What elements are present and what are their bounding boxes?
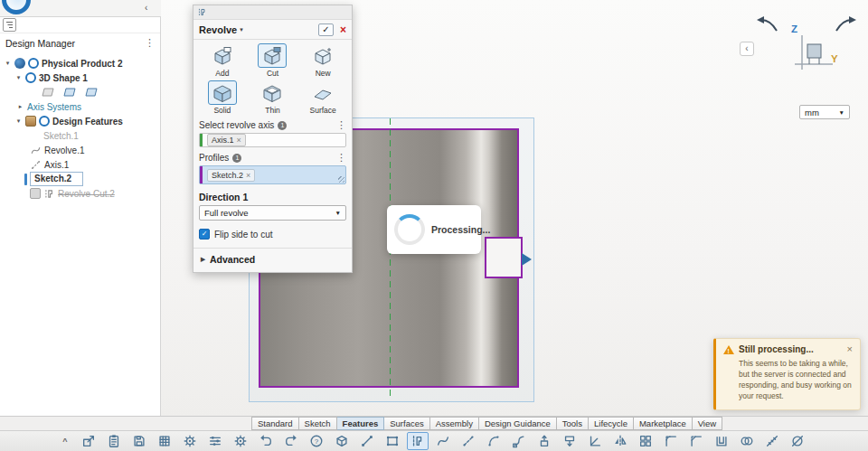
rotate-view-left-icon[interactable] — [752, 14, 779, 34]
tree-item-reference-planes[interactable] — [0, 85, 160, 99]
tree-item-physical-product[interactable]: ▾ Physical Product 2 — [0, 56, 160, 70]
tab-view[interactable]: View — [693, 417, 722, 430]
sketch-profile-icon[interactable] — [382, 432, 403, 450]
spline-icon[interactable] — [432, 432, 454, 450]
shell-icon[interactable] — [711, 432, 732, 450]
tab-sketch[interactable]: Sketch — [299, 417, 337, 430]
advanced-label: Advanced — [210, 254, 255, 265]
mirror-icon[interactable] — [609, 432, 631, 450]
gears-icon[interactable] — [179, 432, 201, 450]
profile-chip[interactable]: Sketch.2 × — [207, 169, 255, 182]
option-cut[interactable]: Cut — [248, 43, 298, 78]
undo-icon[interactable] — [255, 432, 277, 450]
units-select[interactable]: mm ▼ — [799, 105, 850, 119]
revolve-axis-centerline[interactable] — [390, 118, 391, 399]
redo-icon[interactable] — [280, 432, 302, 450]
tree-item-revolve-cut2[interactable]: Revolve Cut.2 — [0, 186, 160, 201]
profiles-input[interactable]: Sketch.2 × — [199, 165, 346, 184]
arc-icon[interactable] — [483, 432, 505, 450]
tab-tools[interactable]: Tools — [557, 417, 589, 430]
view-orientation-widget[interactable] — [793, 33, 835, 75]
option-solid[interactable]: Solid — [197, 80, 248, 115]
chamfer-icon[interactable] — [685, 432, 707, 450]
pattern-grid-icon[interactable] — [635, 432, 656, 450]
cancel-button[interactable]: × — [340, 23, 346, 36]
add-cube-icon — [211, 46, 234, 66]
axis-input[interactable]: Axis.1 × — [199, 133, 346, 147]
cut-direction-arrow[interactable] — [522, 253, 532, 266]
section-menu-dots-icon[interactable]: ⋮ — [336, 120, 346, 130]
drawing-sheet-icon[interactable] — [154, 432, 175, 450]
axis-chip[interactable]: Axis.1 × — [207, 134, 246, 146]
option-new[interactable]: New — [297, 43, 348, 78]
pocket-icon[interactable] — [559, 432, 580, 450]
plane-yz-icon[interactable] — [63, 87, 76, 98]
settings-sliders-icon[interactable] — [204, 432, 226, 450]
sweep-icon[interactable] — [508, 432, 530, 450]
tree-item-design-features[interactable]: ▾ Design Features — [0, 114, 160, 128]
panel-collapse-button[interactable]: ‹ — [145, 3, 147, 13]
compass-collapse-button[interactable]: ‹ — [740, 42, 754, 56]
rib-icon[interactable] — [584, 432, 606, 450]
expand-caret-icon[interactable]: ▾ — [4, 60, 12, 67]
primitive-box-icon[interactable] — [331, 432, 353, 450]
direction-select[interactable]: Full revolve ▼ — [199, 205, 346, 221]
tree-item-axis1[interactable]: Axis.1 — [0, 157, 160, 172]
notification-close-icon[interactable]: × — [847, 344, 853, 354]
ok-button[interactable]: ✓ — [318, 23, 334, 36]
preferences-gear-icon[interactable] — [230, 432, 251, 450]
tab-surfaces[interactable]: Surfaces — [384, 417, 430, 430]
tab-marketplace[interactable]: Marketplace — [634, 417, 693, 430]
option-add[interactable]: Add — [197, 43, 248, 78]
plane-zx-icon[interactable] — [85, 87, 98, 98]
new-cube-icon — [311, 46, 335, 66]
tree-item-revolve1[interactable]: Revolve.1 — [0, 143, 160, 157]
tree-item-axis-systems[interactable]: ▸ Axis Systems — [0, 99, 160, 114]
plane-xy-icon[interactable] — [42, 87, 54, 98]
notification-toast: ! Still processing... × This seems to be… — [713, 338, 861, 410]
line-icon[interactable] — [356, 432, 378, 450]
tree-item-3d-shape[interactable]: ▾ 3D Shape 1 — [0, 70, 160, 85]
dialog-drag-bar[interactable] — [193, 5, 352, 20]
option-surface[interactable]: Surface — [297, 80, 348, 115]
selected-item-box[interactable]: Sketch.2 — [30, 172, 83, 186]
dialog-title-caret-icon[interactable]: ▾ — [240, 26, 243, 33]
chip-remove-icon[interactable]: × — [237, 136, 241, 145]
tree-item-sketch2[interactable]: Sketch.2 — [0, 172, 160, 186]
panel-title: Design Manager — [5, 38, 75, 49]
tab-lifecycle[interactable]: Lifecycle — [589, 417, 634, 430]
resize-grip-icon[interactable] — [338, 176, 344, 183]
pad-extrude-icon[interactable] — [533, 432, 555, 450]
revolve-tool-icon[interactable] — [407, 432, 429, 450]
section-view-icon[interactable] — [787, 432, 808, 450]
section-menu-dots-icon[interactable]: ⋮ — [336, 153, 346, 163]
tree-structure-icon[interactable] — [3, 18, 16, 32]
measure-icon[interactable] — [761, 432, 783, 450]
tree-item-sketch1[interactable]: Sketch.1 — [0, 128, 160, 143]
fillet-icon[interactable] — [660, 432, 682, 450]
clipboard-icon[interactable] — [103, 432, 125, 450]
expand-caret-icon[interactable]: ▾ — [14, 117, 23, 125]
toolbar-collapse-icon[interactable]: ^ — [58, 437, 72, 446]
thin-cube-icon — [260, 83, 284, 103]
advanced-expander[interactable]: ▶ Advanced — [193, 248, 352, 272]
chip-remove-icon[interactable]: × — [246, 171, 250, 180]
flip-checkbox[interactable]: ✓ — [199, 229, 210, 240]
save-icon[interactable] — [128, 432, 150, 450]
tab-standard[interactable]: Standard — [251, 417, 299, 430]
tab-features[interactable]: Features — [337, 417, 385, 430]
tab-design-guidance[interactable]: Design Guidance — [479, 417, 557, 430]
axis-line-icon[interactable] — [458, 432, 479, 450]
processing-label: Processing... — [431, 224, 490, 235]
option-label: Cut — [267, 69, 278, 78]
option-thin[interactable]: Thin — [248, 80, 298, 115]
rotate-view-right-icon[interactable] — [834, 14, 861, 34]
expand-caret-icon[interactable]: ▾ — [14, 74, 23, 81]
tab-assembly[interactable]: Assembly — [430, 417, 479, 430]
panel-menu-dots-icon[interactable]: ⋮ — [145, 38, 155, 48]
collapsed-caret-icon[interactable]: ▸ — [16, 103, 24, 110]
boolean-icon[interactable] — [736, 432, 758, 450]
notification-title: Still processing... — [739, 344, 843, 354]
help-icon[interactable] — [306, 432, 327, 450]
share-icon[interactable] — [78, 432, 99, 450]
